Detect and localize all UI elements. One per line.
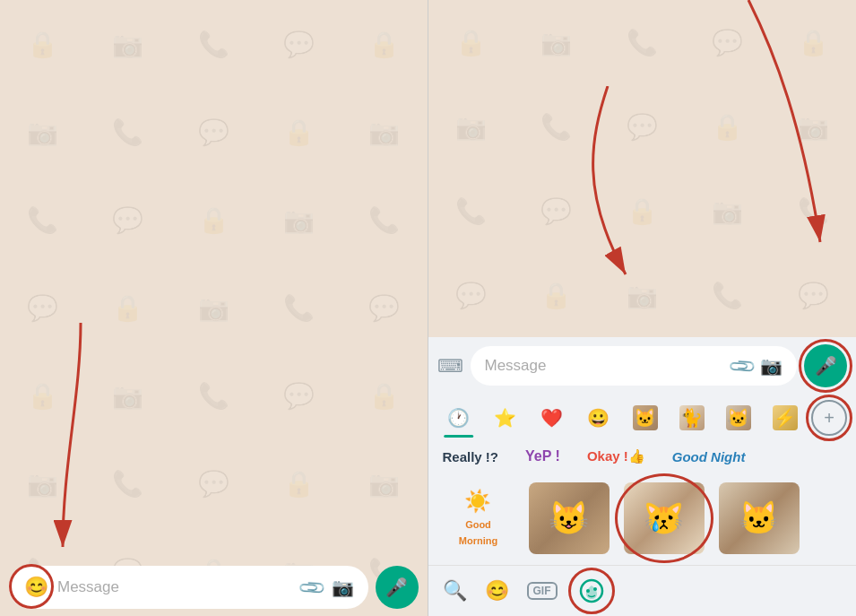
cat3-face: 🐱 bbox=[739, 502, 779, 534]
bg-icon: 📞 bbox=[256, 264, 342, 351]
bg-icon: 📷 bbox=[171, 264, 256, 351]
bg-icon: 📷 bbox=[0, 440, 85, 528]
bg-icon: 🔒 bbox=[171, 176, 256, 264]
cat1-face: 😺 bbox=[549, 502, 589, 534]
tab-heart[interactable]: ❤️ bbox=[531, 398, 574, 438]
bg-icon: 📷 bbox=[685, 169, 771, 253]
sticker-text-row: Really !? YeP ! Okay !👍 Good Night bbox=[428, 438, 857, 475]
bg-icon: 📞 bbox=[342, 176, 427, 264]
emoji-icon-left: 😊 bbox=[24, 576, 48, 599]
bg-icon: 💬 bbox=[256, 0, 342, 88]
star-icon: ⭐ bbox=[494, 407, 516, 429]
tab-cat2[interactable]: 🐈 bbox=[670, 398, 713, 438]
arrow-right-top bbox=[677, 0, 856, 251]
bg-icon: 💬 bbox=[685, 0, 771, 84]
tab-cat3-img: 🐱 bbox=[726, 405, 751, 430]
keyboard-icon[interactable]: ⌨ bbox=[437, 355, 463, 377]
sticker-cat3[interactable]: 🐱 bbox=[719, 482, 800, 554]
right-chat-area: 🔒 📷 📞 💬 🔒 📷 📞 💬 🔒 📷 📞 💬 🔒 📷 📞 💬 🔒 📷 📞 💬 bbox=[428, 0, 857, 337]
bg-icon: 📞 bbox=[85, 88, 170, 176]
bg-icon: 🔒 bbox=[0, 352, 85, 440]
sticker-panel: ⌨ Message 📎 📷 🎤 🕐 ⭐ ❤️ 😀 bbox=[428, 337, 857, 616]
bg-icon: 📞 bbox=[600, 0, 686, 84]
bg-icon: 📷 bbox=[85, 0, 170, 88]
bg-icon: 🔒 bbox=[256, 88, 342, 176]
mic-icon-left: 🎤 bbox=[385, 577, 408, 598]
sticker-cat2[interactable]: 😿 bbox=[624, 482, 705, 554]
bg-icon: 📷 bbox=[600, 253, 686, 337]
left-chat-panel: 🔒 📷 📞 💬 🔒 📷 📞 💬 🔒 📷 📞 💬 🔒 📷 📞 💬 🔒 📷 📞 💬 … bbox=[0, 0, 428, 616]
message-placeholder-left[interactable]: Message bbox=[57, 578, 291, 596]
bg-icon: 💬 bbox=[342, 264, 427, 351]
bg-icon: 📞 bbox=[514, 84, 600, 169]
arrow-left bbox=[27, 323, 134, 565]
sticker-yep[interactable]: YeP ! bbox=[525, 448, 560, 464]
bg-pattern-left: 🔒 📷 📞 💬 🔒 📷 📞 💬 🔒 📷 📞 💬 🔒 📷 📞 💬 🔒 📷 📞 💬 … bbox=[0, 0, 428, 616]
emoji-icon-bottom[interactable]: 😊 bbox=[485, 579, 509, 603]
emoji-button-left[interactable]: 😊 bbox=[23, 575, 48, 600]
tab-cat3[interactable]: 🐱 bbox=[717, 398, 760, 438]
camera-icon-left[interactable]: 📷 bbox=[332, 577, 354, 598]
gif-button[interactable]: GIF bbox=[527, 582, 558, 600]
cat2-face: 😿 bbox=[644, 502, 684, 534]
mic-button-left[interactable]: 🎤 bbox=[376, 566, 419, 609]
bg-icon: 📷 bbox=[85, 352, 170, 440]
bg-icon: 🔒 bbox=[256, 440, 342, 528]
sticker-really[interactable]: Really !? bbox=[443, 449, 499, 464]
bg-icon: 💬 bbox=[171, 440, 256, 528]
smiley-icon: 😀 bbox=[587, 407, 610, 429]
message-input-container-right[interactable]: Message 📎 📷 bbox=[471, 346, 798, 386]
sticker-button[interactable] bbox=[575, 575, 608, 607]
plus-highlight-circle bbox=[806, 395, 852, 441]
bg-icon: 💬 bbox=[514, 169, 600, 253]
search-icon-bottom[interactable]: 🔍 bbox=[443, 579, 467, 603]
bg-icon: 💬 bbox=[600, 84, 686, 169]
message-bar-right: ⌨ Message 📎 📷 🎤 bbox=[428, 337, 857, 395]
bg-icon: 📷 bbox=[771, 84, 857, 169]
bg-icon: 🔒 bbox=[600, 169, 686, 253]
tab-recent[interactable]: 🕐 bbox=[437, 398, 480, 438]
bg-icon: 🔒 bbox=[342, 0, 427, 88]
bg-icon: 📷 bbox=[256, 176, 342, 264]
camera-icon-right[interactable]: 📷 bbox=[760, 355, 783, 377]
message-placeholder-right[interactable]: Message bbox=[485, 357, 724, 375]
bottom-toolbar: 🔍 😊 GIF bbox=[428, 565, 857, 616]
attach-icon-left[interactable]: 📎 bbox=[296, 572, 327, 603]
bg-pattern-right: 🔒 📷 📞 💬 🔒 📷 📞 💬 🔒 📷 📞 💬 🔒 📷 📞 💬 🔒 📷 📞 💬 bbox=[428, 0, 857, 337]
sticker-cat1[interactable]: 😺 bbox=[529, 482, 610, 554]
sticker-good-morning[interactable]: ☀️ GoodMorning bbox=[443, 482, 514, 554]
attach-icon-right[interactable]: 📎 bbox=[726, 351, 757, 382]
tab-cat2-img: 🐈 bbox=[679, 405, 705, 430]
sticker-okay[interactable]: Okay !👍 bbox=[587, 448, 645, 464]
sticker-goodnight[interactable]: Good Night bbox=[672, 449, 746, 464]
bg-icon: 💬 bbox=[771, 253, 857, 337]
bg-icon: 📷 bbox=[514, 0, 600, 84]
tab-pikachu-img: ⚡ bbox=[773, 405, 798, 430]
tab-cat1[interactable]: 🐱 bbox=[624, 398, 667, 438]
message-input-container-left[interactable]: 😊 Message 📎 📷 bbox=[9, 566, 368, 609]
bg-icon: 📞 bbox=[171, 0, 256, 88]
bg-icon: 🔒 bbox=[342, 352, 427, 440]
bg-icon: 💬 bbox=[171, 88, 256, 176]
mic-highlight-circle bbox=[799, 339, 852, 393]
clock-icon: 🕐 bbox=[447, 407, 470, 429]
emoji-tabs: 🕐 ⭐ ❤️ 😀 🐱 🐈 🐱 ⚡ bbox=[428, 395, 857, 438]
bg-icon: 📷 bbox=[342, 440, 427, 528]
tab-add-button[interactable]: + bbox=[811, 400, 847, 436]
heart-icon: ❤️ bbox=[540, 407, 563, 429]
bg-icon: 🔒 bbox=[771, 0, 857, 84]
bg-icon: 📷 bbox=[0, 88, 85, 176]
message-bar-left: 😊 Message 📎 📷 🎤 bbox=[0, 559, 428, 616]
tab-pikachu[interactable]: ⚡ bbox=[764, 398, 807, 438]
bg-icon: 🔒 bbox=[85, 264, 170, 351]
bg-icon: 💬 bbox=[0, 264, 85, 351]
bg-icon: 💬 bbox=[256, 352, 342, 440]
tab-cat1-img: 🐱 bbox=[633, 405, 658, 430]
tab-favorites[interactable]: ⭐ bbox=[484, 398, 527, 438]
bg-icon: 📞 bbox=[171, 352, 256, 440]
bg-icon: 📞 bbox=[428, 169, 514, 253]
sun-icon: ☀️ bbox=[459, 489, 497, 514]
bg-icon: 📞 bbox=[685, 253, 771, 337]
mic-button-right[interactable]: 🎤 bbox=[804, 344, 847, 387]
tab-smiley[interactable]: 😀 bbox=[577, 398, 620, 438]
